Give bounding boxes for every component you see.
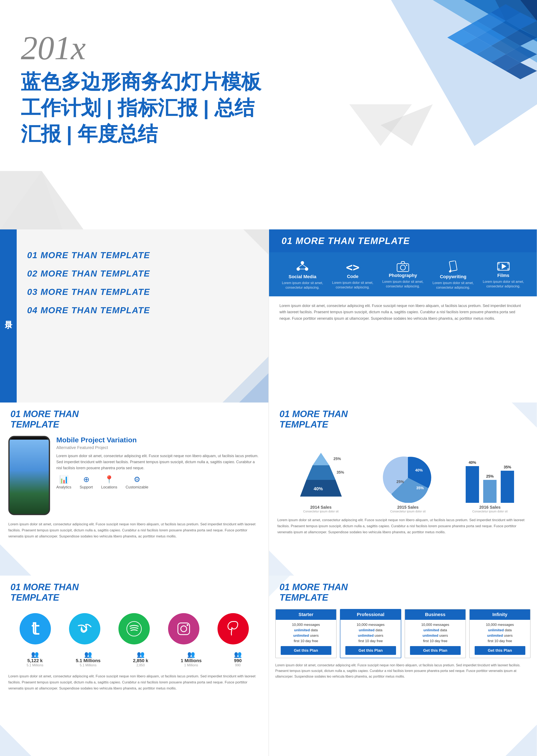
pricing-starter-body: 10,000 messages unlimited data unlimited… <box>276 620 336 658</box>
spotify-stat-num: 2,850 k <box>133 658 148 663</box>
professional-get-plan-btn[interactable]: Get this Plan <box>345 646 396 655</box>
svg-rect-43 <box>507 262 509 265</box>
slide4-geo <box>0 544 31 576</box>
film-icon <box>497 261 510 272</box>
slide6-social: 01 MORE THANTEMPLATE 𝕥 <box>0 576 268 756</box>
slide3-title: 01 MORE THAN TEMPLATE <box>281 236 524 246</box>
slide5-title: 01 MORE THANTEMPLATE <box>279 409 526 430</box>
svg-marker-55 <box>512 402 537 428</box>
slide4-mobile: 01 MORE THANTEMPLATE Mobile Project Vari… <box>0 402 268 576</box>
phone-screen <box>10 440 49 515</box>
chart-2015-label: 2015 Sales <box>397 505 419 510</box>
pyramid-chart: 25% 35% 40% <box>292 448 350 503</box>
slide2-sidebar: 目录 <box>0 230 17 402</box>
slide2-geo-corner <box>223 357 268 402</box>
pinterest-stat-label: 990 <box>234 663 242 667</box>
slide5-geo-bl <box>269 551 294 576</box>
plan-name-professional: Professional <box>340 609 401 620</box>
pricing-business: Business 10,000 messages unlimited data … <box>405 609 466 658</box>
infinity-get-plan-btn[interactable]: Get this Plan <box>475 646 525 655</box>
bar-2: 25% <box>483 474 497 503</box>
slide2-toc: 目录 01 MORE THAN TEMPLATE 02 MORE THAN TE… <box>0 230 268 402</box>
svg-line-31 <box>302 265 307 267</box>
pinterest-icon <box>227 620 239 637</box>
social-stats-row: 👥 5,122 k 5.1 Millions 👥 5.1 Millions 5.… <box>0 649 268 671</box>
slide5-header: 01 MORE THANTEMPLATE <box>269 402 537 432</box>
svg-marker-45 <box>0 544 31 576</box>
chart-2016-sublabel: Consectetur ipsum dolor sit <box>472 510 508 513</box>
vimeo-stat-label: 5.1 Millions <box>76 663 101 667</box>
svg-text:40%: 40% <box>314 486 323 491</box>
twitter-circle: 𝕥 <box>20 613 51 645</box>
feature-desc-photo: Lorem ipsum dolor sit amet, consectetur … <box>382 279 424 289</box>
infinity-data: unlimited data <box>472 628 528 632</box>
slide7-geo-tl <box>269 576 290 597</box>
spotify-circle <box>118 613 150 645</box>
stat-vimeo: 👥 5.1 Millions 5.1 Millions <box>76 651 101 667</box>
svg-marker-62 <box>506 725 537 756</box>
social-icons-row: 𝕥 <box>0 605 268 649</box>
pricing-professional-body: 10,000 messages unlimited data unlimited… <box>340 620 401 658</box>
professional-users: unlimited users <box>343 634 399 638</box>
chart-2016: 40% 25% 35% 2016 Sales Consectetur ipsum… <box>466 457 514 513</box>
svg-text:35%: 35% <box>416 486 424 490</box>
pinterest-circle <box>218 613 249 645</box>
svg-marker-48 <box>306 465 336 480</box>
bar-rect-3 <box>501 471 514 503</box>
svg-point-57 <box>127 621 142 636</box>
business-messages: 10,000 messages <box>407 623 463 627</box>
business-get-plan-btn[interactable]: Get this Plan <box>410 646 461 655</box>
feature-label-photo: Photography <box>382 273 424 278</box>
slide3-header: 01 MORE THAN TEMPLATE <box>269 230 537 252</box>
starter-users: unlimited users <box>278 634 334 638</box>
project-desc: Lorem ipsum dolor sit amet, consectetur … <box>56 453 260 471</box>
feature-custom: ⚙ Customizable <box>126 475 148 489</box>
hero-geo-bg <box>349 0 537 146</box>
feature-copywriting: Copywriting Lorem ipsum dolor sit amet, … <box>432 261 474 290</box>
instagram-stat-label: 1 Millions <box>181 663 201 667</box>
feature-label-code: Code <box>332 274 374 279</box>
infinity-messages: 10,000 messages <box>472 623 528 627</box>
stat-pinterest: 👥 990 990 <box>234 651 242 667</box>
slide6-body-text: Lorem ipsum dolor sit amet, consectetur … <box>0 671 268 693</box>
pricing-professional: Professional 10,000 messages unlimited d… <box>340 609 401 658</box>
chart-2014: 25% 35% 40% 2014 Sales Consectetur ipsum… <box>292 448 350 513</box>
stat-instagram: 👥 1 Millions 1 Millions <box>181 651 201 667</box>
slide7-geo-br <box>506 725 537 756</box>
feature-films: Films Lorem ipsum dolor sit amet, consec… <box>482 261 524 289</box>
infinity-users: unlimited users <box>472 634 528 638</box>
svg-rect-44 <box>507 268 509 270</box>
svg-point-59 <box>181 626 186 632</box>
infinity-trial: first 10 day free <box>472 639 528 643</box>
slide6-title: 01 MORE THANTEMPLATE <box>11 582 258 603</box>
analytics-icon: 📊 <box>56 475 71 484</box>
feature-desc-copy: Lorem ipsum dolor sit amet, consectetur … <box>432 281 474 290</box>
slide5-body-text: Lorem ipsum dolor sit amet, consectetur … <box>269 515 537 537</box>
menu-item-2: 02 MORE THAN TEMPLATE <box>27 269 252 279</box>
feature-label-films: Films <box>482 273 524 278</box>
pricing-business-body: 10,000 messages unlimited data unlimited… <box>405 620 466 658</box>
slide7-pricing: 01 MORE THANTEMPLATE Starter 10,000 mess… <box>268 576 537 756</box>
charts-row: 25% 35% 40% 2014 Sales Consectetur ipsum… <box>269 432 537 515</box>
pricing-cards: Starter 10,000 messages unlimited data u… <box>269 605 537 660</box>
slide4-title: 01 MORE THANTEMPLATE <box>11 409 258 430</box>
social-media-icon <box>296 261 309 273</box>
feature-label-copy: Copywriting <box>432 274 474 279</box>
slide6-header: 01 MORE THANTEMPLATE <box>0 576 268 605</box>
slide3-icons-row: Social Media Lorem ipsum dolor sit amet,… <box>269 252 537 296</box>
svg-text:25%: 25% <box>396 480 404 484</box>
svg-point-35 <box>406 265 407 266</box>
feature-desc-films: Lorem ipsum dolor sit amet, consectetur … <box>482 279 524 289</box>
row3: 01 MORE THANTEMPLATE Mobile Project Vari… <box>0 402 537 576</box>
starter-messages: 10,000 messages <box>278 623 334 627</box>
feature-desc-social: Lorem ipsum dolor sit amet, consectetur … <box>281 281 323 290</box>
slide5-geo-tr <box>512 402 537 428</box>
slide2-menu: 01 MORE THAN TEMPLATE 02 MORE THAN TEMPL… <box>0 230 268 336</box>
feature-code: <> Code Lorem ipsum dolor sit amet, cons… <box>332 261 374 290</box>
svg-rect-41 <box>498 262 500 265</box>
svg-text:25%: 25% <box>333 457 341 461</box>
twitter-stat-label: 5.1 Millions <box>27 663 43 667</box>
starter-get-plan-btn[interactable]: Get this Plan <box>281 646 331 655</box>
menu-item-1: 01 MORE THAN TEMPLATE <box>27 250 252 260</box>
social-pinterest <box>218 613 249 645</box>
